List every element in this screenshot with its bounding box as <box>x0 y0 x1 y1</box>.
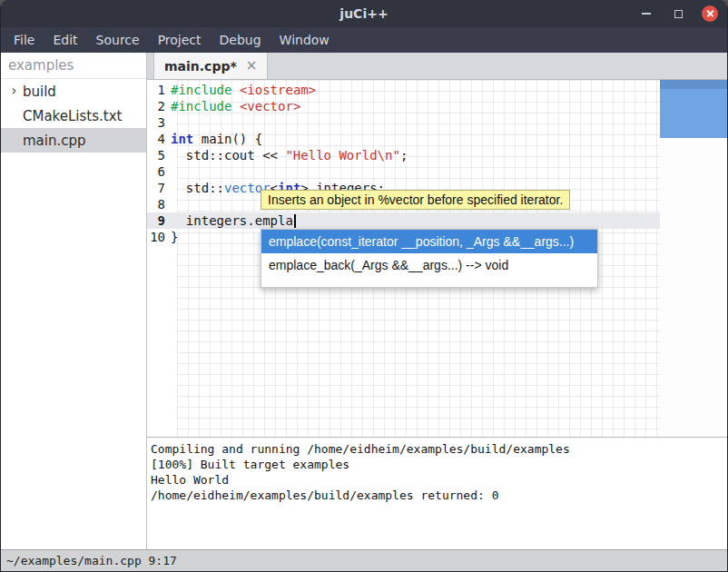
code-text: #include <iostream> <box>171 83 316 97</box>
line-number: 10 <box>147 230 171 244</box>
window-controls <box>638 0 718 27</box>
restore-icon <box>674 10 683 18</box>
code-editor[interactable]: 1#include <iostream>2#include <vector>34… <box>147 80 727 437</box>
file-tree-item-main-cpp[interactable]: main.cpp <box>1 128 146 153</box>
token: ; <box>400 148 408 163</box>
code-text: integers.empla <box>171 213 296 228</box>
minimap-code-lines <box>660 80 727 89</box>
token: std:: <box>171 181 224 195</box>
completion-item-0[interactable]: emplace(const_iterator __position, _Args… <box>261 230 597 253</box>
close-button[interactable] <box>702 5 718 22</box>
menu-edit[interactable]: Edit <box>44 29 86 51</box>
app-window: juCi++ FileEditSourceProjectDebugWindow … <box>0 0 728 572</box>
code-line-6[interactable]: 6 <box>147 163 660 180</box>
window-title: juCi++ <box>339 6 388 21</box>
token <box>231 83 239 97</box>
minimap-visible-region[interactable] <box>660 80 727 138</box>
doc-tooltip: Inserts an object in %vector before spec… <box>261 190 570 210</box>
status-text: ~/examples/main.cpp 9:17 <box>6 554 177 567</box>
line-number: 3 <box>147 115 171 130</box>
line-number: 1 <box>147 83 171 97</box>
tab-close-icon[interactable]: × <box>246 59 258 73</box>
token: int <box>171 132 193 146</box>
line-number: 9 <box>147 213 171 228</box>
token: <vector> <box>240 99 300 113</box>
tab-label: main.cpp* <box>164 59 237 74</box>
file-tree: ›buildCMakeLists.txtmain.cpp <box>1 79 146 549</box>
menu-debug[interactable]: Debug <box>211 29 271 51</box>
expander-icon[interactable]: › <box>7 84 21 98</box>
menu-window[interactable]: Window <box>271 29 339 51</box>
code-line-5[interactable]: 5 std::cout << "Hello World\n"; <box>147 147 660 163</box>
code-text: #include <vector> <box>171 99 300 113</box>
code-text: std::cout << "Hello World\n"; <box>171 148 408 163</box>
completion-popup: emplace(const_iterator __position, _Args… <box>261 229 598 288</box>
file-label: main.cpp <box>23 133 86 149</box>
title-bar[interactable]: juCi++ <box>1 0 727 27</box>
line-number: 5 <box>147 148 171 163</box>
editor-pane: main.cpp* × 1#include <iostream>2#includ… <box>147 53 727 549</box>
status-bar: ~/examples/main.cpp 9:17 <box>1 549 727 571</box>
terminal-line-2: Hello World <box>151 472 727 488</box>
restore-button[interactable] <box>670 5 686 22</box>
terminal-line-1: [100%] Built target examples <box>151 457 727 472</box>
project-name: examples <box>1 53 146 79</box>
menu-project[interactable]: Project <box>149 29 211 51</box>
line-number: 6 <box>147 164 171 179</box>
line-number: 8 <box>147 197 171 212</box>
file-tree-item-cmakelists-txt[interactable]: CMakeLists.txt <box>1 104 146 128</box>
code-text: } <box>171 230 178 244</box>
token: main() { <box>193 132 262 146</box>
file-tree-item-build[interactable]: ›build <box>1 79 146 104</box>
menu-file[interactable]: File <box>5 29 44 51</box>
tab-main-cpp[interactable]: main.cpp* × <box>153 53 268 79</box>
file-label: CMakeLists.txt <box>23 108 122 124</box>
minimap-column[interactable] <box>660 80 727 437</box>
token: #include <box>171 99 231 113</box>
terminal-line-3: /home/eidheim/examples/build/examples re… <box>151 488 727 503</box>
tab-bar: main.cpp* × <box>147 53 727 80</box>
token: <iostream> <box>240 83 316 97</box>
menu-bar: FileEditSourceProjectDebugWindow <box>1 27 727 53</box>
sidebar: examples ›buildCMakeLists.txtmain.cpp <box>1 53 147 549</box>
minimize-icon <box>642 13 651 15</box>
code-line-9[interactable]: 9 integers.empla <box>147 212 660 229</box>
minimize-button[interactable] <box>638 5 654 22</box>
token <box>231 99 239 113</box>
main-area: examples ›buildCMakeLists.txtmain.cpp ma… <box>1 53 727 549</box>
code-lines: 1#include <iostream>2#include <vector>34… <box>147 82 660 245</box>
completion-item-1[interactable]: emplace_back(_Args &&__args...) --> void <box>261 253 597 277</box>
menu-source[interactable]: Source <box>87 29 149 51</box>
line-number: 2 <box>147 99 171 113</box>
line-number: 7 <box>147 181 171 195</box>
text-cursor <box>294 214 296 228</box>
code-line-1[interactable]: 1#include <iostream> <box>147 82 660 98</box>
code-line-2[interactable]: 2#include <vector> <box>147 98 660 114</box>
token: std::cout << <box>171 148 285 163</box>
token: #include <box>171 83 231 97</box>
code-text: int main() { <box>171 132 262 146</box>
line-number: 4 <box>147 132 171 146</box>
token: } <box>171 230 178 244</box>
code-line-3[interactable]: 3 <box>147 114 660 131</box>
token: "Hello World\n" <box>285 148 399 163</box>
terminal-output[interactable]: Compiling and running /home/eidheim/exam… <box>147 437 727 549</box>
terminal-line-0: Compiling and running /home/eidheim/exam… <box>151 441 727 457</box>
token: integers.empla <box>171 213 293 228</box>
code-line-4[interactable]: 4int main() { <box>147 131 660 147</box>
file-label: build <box>23 84 56 100</box>
